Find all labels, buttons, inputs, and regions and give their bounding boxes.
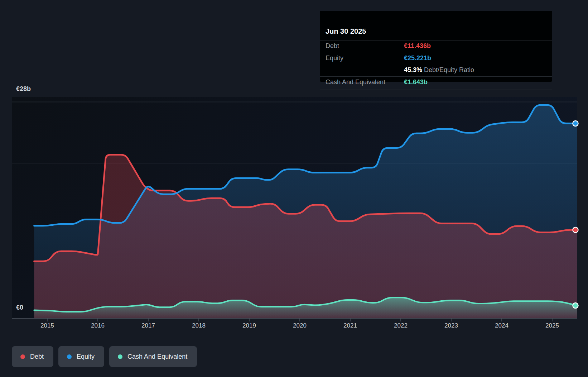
x-axis-label-2024: 2024 [495,322,509,329]
y-axis-label-max: €28b [16,85,31,93]
legend-chip-cash-and-equivalent[interactable]: Cash And Equivalent [109,346,197,367]
x-axis-label-2018: 2018 [192,322,206,329]
tooltip-divider [320,76,552,77]
y-axis-label-zero: €0 [16,304,23,311]
legend-chip-equity[interactable]: Equity [58,346,104,367]
tooltip-cash-value: €1.643b [404,78,428,86]
tooltip-cash-label: Cash And Equivalent [326,78,385,86]
legend-dot [20,354,25,359]
tooltip-divider [320,53,552,53]
legend-dot [67,354,72,359]
end-marker-debt[interactable] [573,227,578,233]
tooltip-divider [320,90,552,90]
tooltip-divider [320,40,552,40]
end-marker-equity[interactable] [573,121,578,126]
tooltip-equity-value: €25.221b [404,54,431,62]
legend-label: Debt [30,353,44,361]
tooltip-date: Jun 30 2025 [326,27,366,35]
x-axis-label-2016: 2016 [91,322,105,329]
tooltip-debt-label: Debt [326,42,339,50]
tooltip-equity-label: Equity [326,54,343,62]
end-marker-cash-and-equivalent[interactable] [573,303,578,308]
x-axis-label-2022: 2022 [394,322,408,329]
x-axis-label-2023: 2023 [444,322,458,329]
x-axis-label-2020: 2020 [293,322,307,329]
x-axis-label-2015: 2015 [40,322,54,329]
x-axis-label-2025: 2025 [545,322,559,329]
tooltip-debt-value: €11.436b [404,42,431,50]
x-axis-label-2017: 2017 [141,322,155,329]
x-axis-label-2021: 2021 [343,322,357,329]
ratio-label: Debt/Equity Ratio [424,66,474,73]
x-axis-label-2019: 2019 [242,322,256,329]
legend-label: Equity [77,353,95,361]
legend-chip-debt[interactable]: Debt [12,346,53,367]
legend-dot [118,354,122,359]
chart-legend: DebtEquityCash And Equivalent [12,346,197,367]
ratio-value: 45.3% [404,66,422,73]
tooltip-debt-equity-ratio: 45.3% Debt/Equity Ratio [404,66,474,74]
chart-tooltip: Jun 30 2025 Debt €11.436b Equity €25.221… [320,11,552,82]
legend-label: Cash And Equivalent [127,353,187,361]
balance-sheet-history-chart: €28b €0 20152016201720182019202020212022… [0,0,588,377]
